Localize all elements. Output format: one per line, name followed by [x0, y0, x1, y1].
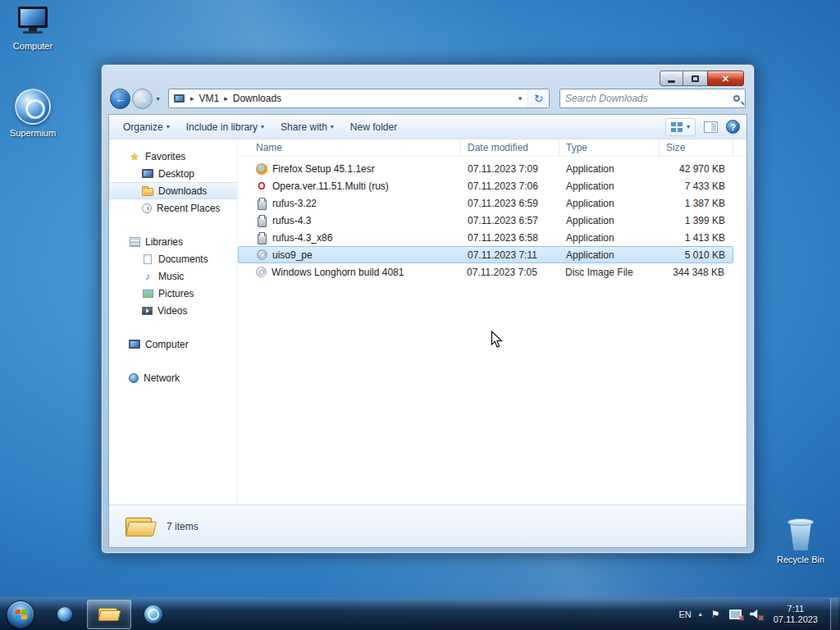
- refresh-button[interactable]: [527, 89, 549, 107]
- close-icon: [722, 72, 729, 85]
- file-type: Application: [559, 198, 660, 209]
- include-in-library-menu[interactable]: Include in library: [179, 118, 272, 136]
- sidebar-section-libraries[interactable]: Libraries: [109, 233, 237, 250]
- sidebar-item-music[interactable]: Music: [109, 267, 237, 285]
- network-icon[interactable]: [729, 609, 742, 620]
- sidebar-item-label: Videos: [158, 305, 187, 317]
- new-folder-label: New folder: [350, 121, 397, 133]
- show-desktop-button[interactable]: [830, 598, 838, 630]
- file-row-windows-longhorn[interactable]: Windows Longhorn build 4081 07.11.2023 7…: [238, 263, 733, 281]
- uiso-icon: [257, 249, 267, 260]
- taskbar-explorer-button[interactable]: [87, 600, 131, 629]
- toolbar-right-group: [665, 118, 740, 136]
- back-button[interactable]: [110, 89, 130, 109]
- desktop-icon-label: Supermium: [2, 128, 64, 138]
- titlebar[interactable]: [102, 65, 754, 88]
- taskbar-supermium-button[interactable]: [131, 600, 176, 629]
- column-label: Name: [256, 142, 282, 153]
- column-header-size[interactable]: Size: [660, 139, 733, 156]
- sidebar-item-videos[interactable]: Videos: [109, 302, 237, 319]
- caption-buttons: [660, 71, 744, 86]
- main-area: Favorites Desktop Downloads Recent Place…: [109, 139, 746, 504]
- address-bar[interactable]: VM1 Downloads: [168, 89, 550, 108]
- volume-icon[interactable]: [749, 609, 761, 620]
- sidebar-item-recent-places[interactable]: Recent Places: [109, 199, 237, 217]
- file-row-uiso9-pe[interactable]: uiso9_pe 07.11.2023 7:11 Application 5 0…: [238, 246, 733, 263]
- navigation-bar: VM1 Downloads: [102, 88, 754, 114]
- file-type: Application: [559, 180, 660, 192]
- file-name: uiso9_pe: [272, 249, 461, 261]
- recent-pages-dropdown-icon[interactable]: [153, 95, 163, 103]
- libraries-label: Libraries: [145, 236, 183, 248]
- share-with-menu[interactable]: Share with: [273, 118, 341, 136]
- file-name: Windows Longhorn build 4081: [272, 267, 460, 278]
- favorites-star-icon: [129, 151, 140, 162]
- rufus-icon: [256, 232, 267, 244]
- sidebar-item-documents[interactable]: Documents: [109, 250, 237, 267]
- file-size: 42 970 KB: [660, 163, 725, 175]
- file-size: 5 010 KB: [660, 249, 725, 261]
- change-view-button[interactable]: [665, 118, 696, 136]
- new-folder-button[interactable]: New folder: [343, 118, 404, 136]
- sidebar-item-label: Documents: [158, 253, 208, 265]
- browser-globe-icon: [57, 607, 72, 622]
- column-header-date-modified[interactable]: Date modified: [461, 139, 559, 156]
- language-indicator[interactable]: EN: [678, 609, 691, 619]
- minimize-button[interactable]: [660, 71, 683, 86]
- pictures-icon: [143, 290, 153, 298]
- address-dropdown-icon[interactable]: [513, 94, 527, 103]
- window-body: Organize Include in library Share with N…: [108, 114, 747, 548]
- location-icon: [174, 94, 185, 103]
- file-row-firefox-setup[interactable]: Firefox Setup 45.1.1esr 07.11.2023 7:09 …: [238, 160, 733, 177]
- maximize-button[interactable]: [683, 71, 707, 86]
- items-count: 7 items: [167, 521, 199, 532]
- file-list-pane[interactable]: Name Date modified Type Size Firefox Set…: [238, 139, 746, 504]
- sidebar-section-network[interactable]: Network: [109, 369, 237, 386]
- forward-button[interactable]: [132, 89, 153, 109]
- breadcrumb-chevron-icon[interactable]: [189, 94, 196, 103]
- breadcrumb-folder[interactable]: Downloads: [230, 90, 285, 107]
- sidebar-section-favorites[interactable]: Favorites: [109, 148, 237, 165]
- music-icon: [142, 271, 153, 282]
- breadcrumb-root[interactable]: VM1: [196, 90, 223, 107]
- sidebar-item-pictures[interactable]: Pictures: [109, 285, 237, 302]
- search-input[interactable]: [565, 93, 733, 104]
- file-name: rufus-4.3_x86: [272, 232, 461, 244]
- close-button[interactable]: [707, 71, 744, 86]
- sidebar-item-desktop[interactable]: Desktop: [109, 165, 237, 182]
- show-hidden-icons-button[interactable]: [699, 610, 702, 618]
- sidebar-section-computer[interactable]: Computer: [109, 336, 237, 353]
- breadcrumb-chevron-icon[interactable]: [222, 94, 230, 103]
- file-date: 07.11.2023 6:58: [461, 232, 559, 244]
- file-row-rufus-43-x86[interactable]: rufus-4.3_x86 07.11.2023 6:58 Applicatio…: [238, 229, 733, 246]
- desktop-icon-label: Computer: [2, 41, 64, 51]
- help-button[interactable]: [726, 120, 740, 134]
- desktop-icon-recycle-bin[interactable]: Recycle Bin: [769, 517, 832, 564]
- disc-image-icon: [256, 267, 267, 277]
- file-size: 344 348 KB: [659, 267, 724, 278]
- column-label: Size: [666, 142, 685, 153]
- desktop-icon-label: Recycle Bin: [769, 555, 832, 564]
- desktop-icon-supermium[interactable]: Supermium: [2, 89, 64, 138]
- column-label: Type: [566, 142, 587, 153]
- file-row-rufus-322[interactable]: rufus-3.22 07.11.2023 6:59 Application 1…: [238, 194, 733, 212]
- column-header-type[interactable]: Type: [559, 139, 660, 156]
- column-header-name[interactable]: Name: [238, 139, 461, 156]
- file-row-rufus-43[interactable]: rufus-4.3 07.11.2023 6:57 Application 1 …: [238, 212, 733, 229]
- maximize-icon: [692, 75, 699, 82]
- details-pane: 7 items: [109, 504, 746, 547]
- folder-icon: [126, 515, 155, 538]
- file-row-opera[interactable]: Opera.ver.11.51.Multi (rus) 07.11.2023 7…: [238, 177, 733, 194]
- sidebar-item-downloads[interactable]: Downloads: [109, 182, 237, 199]
- file-size: 1 413 KB: [660, 232, 725, 244]
- opera-icon: [256, 180, 267, 192]
- share-with-label: Share with: [281, 121, 327, 133]
- clock[interactable]: 7:11 07.11.2023: [769, 604, 823, 625]
- action-center-icon[interactable]: [710, 609, 722, 620]
- preview-pane-button[interactable]: [704, 121, 718, 133]
- taskbar-browser-button[interactable]: [43, 600, 87, 629]
- organize-menu[interactable]: Organize: [116, 118, 177, 136]
- desktop-icon-computer[interactable]: Computer: [2, 7, 64, 51]
- start-button[interactable]: [7, 600, 34, 628]
- file-rows: Firefox Setup 45.1.1esr 07.11.2023 7:09 …: [238, 157, 746, 281]
